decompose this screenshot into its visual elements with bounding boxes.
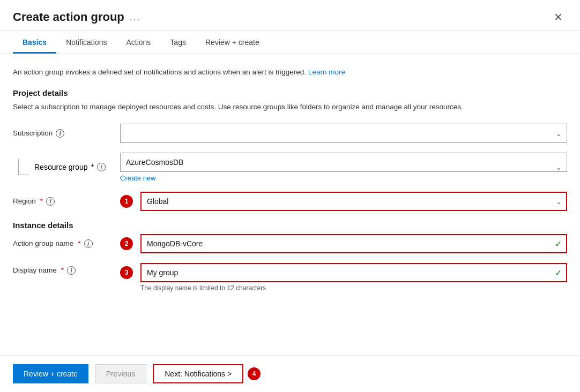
display-name-control: ✓ (140, 263, 567, 282)
region-row: Region * i 1 Global ⌄ (13, 192, 567, 211)
tab-bar: Basics Notifications Actions Tags Review… (0, 31, 580, 54)
region-control: Global ⌄ (140, 192, 567, 211)
resource-group-indent: Resource group * i (13, 159, 120, 175)
display-name-input[interactable] (140, 263, 567, 282)
info-bar: An action group invokes a defined set of… (13, 67, 567, 78)
action-group-name-control: ✓ (140, 234, 567, 253)
display-name-hint: The display name is limited to 12 charac… (140, 284, 567, 292)
instance-details-section: Instance details Action group name * i 2… (13, 221, 567, 292)
region-step-badge: 1 (120, 195, 133, 208)
close-button[interactable]: ✕ (549, 10, 567, 25)
region-info-icon[interactable]: i (46, 197, 55, 206)
display-name-control-wrap: 3 ✓ The display name is limited to 12 ch… (120, 263, 567, 292)
subscription-select[interactable] (120, 124, 567, 143)
action-group-name-info-icon[interactable]: i (84, 239, 93, 248)
display-name-row: Display name * i 3 ✓ The display name is… (13, 263, 567, 292)
region-label: Region * i (13, 197, 120, 206)
modal-title: Create action group (13, 10, 124, 24)
next-button[interactable]: Next: Notifications > (153, 364, 243, 383)
subscription-control: ⌄ (120, 124, 567, 143)
tab-actions[interactable]: Actions (116, 31, 160, 54)
resource-group-info-icon[interactable]: i (97, 163, 106, 171)
display-name-label: Display name * i (13, 263, 120, 275)
modal-body: An action group invokes a defined set of… (0, 54, 580, 355)
action-group-name-row: Action group name * i 2 ✓ (13, 234, 567, 253)
subscription-info-icon[interactable]: i (56, 129, 64, 138)
review-create-button[interactable]: Review + create (13, 364, 88, 383)
modal-header: Create action group ... ✕ (0, 0, 580, 31)
display-name-info-icon[interactable]: i (67, 266, 76, 275)
tab-review-create[interactable]: Review + create (196, 31, 269, 54)
display-name-badge: 3 (120, 266, 133, 279)
resource-group-select[interactable]: AzureCosmosDB (120, 153, 567, 172)
instance-details-title: Instance details (13, 221, 567, 230)
project-details-title: Project details (13, 88, 567, 97)
indent-line (18, 159, 29, 175)
tab-notifications[interactable]: Notifications (56, 31, 116, 54)
action-group-name-badge: 2 (120, 237, 133, 250)
tab-tags[interactable]: Tags (160, 31, 196, 54)
tab-basics[interactable]: Basics (13, 31, 56, 54)
display-name-field-wrap: ✓ The display name is limited to 12 char… (140, 263, 567, 292)
region-select[interactable]: Global (140, 192, 567, 211)
next-step-badge: 4 (248, 367, 261, 380)
modal-more-icon[interactable]: ... (130, 12, 141, 23)
resource-group-control: AzureCosmosDB ⌄ Create new (120, 153, 567, 182)
previous-button: Previous (95, 364, 146, 383)
action-group-name-control-wrap: 2 ✓ (120, 234, 567, 253)
action-group-name-label: Action group name * i (13, 239, 120, 248)
create-new-link[interactable]: Create new (120, 174, 567, 182)
modal-footer: Review + create Previous Next: Notificat… (0, 355, 580, 392)
next-button-wrap: Next: Notifications > 4 (153, 364, 264, 383)
modal-title-row: Create action group ... (13, 10, 141, 24)
create-action-group-modal: Create action group ... ✕ Basics Notific… (0, 0, 580, 392)
region-control-wrap: 1 Global ⌄ (120, 192, 567, 211)
subscription-row: Subscription i ⌄ (13, 124, 567, 143)
action-group-name-input[interactable] (140, 234, 567, 253)
learn-more-link[interactable]: Learn more (308, 68, 345, 76)
project-details-desc: Select a subscription to manage deployed… (13, 102, 567, 112)
subscription-label: Subscription i (13, 129, 120, 138)
resource-group-row: Resource group * i AzureCosmosDB ⌄ Creat… (13, 153, 567, 182)
